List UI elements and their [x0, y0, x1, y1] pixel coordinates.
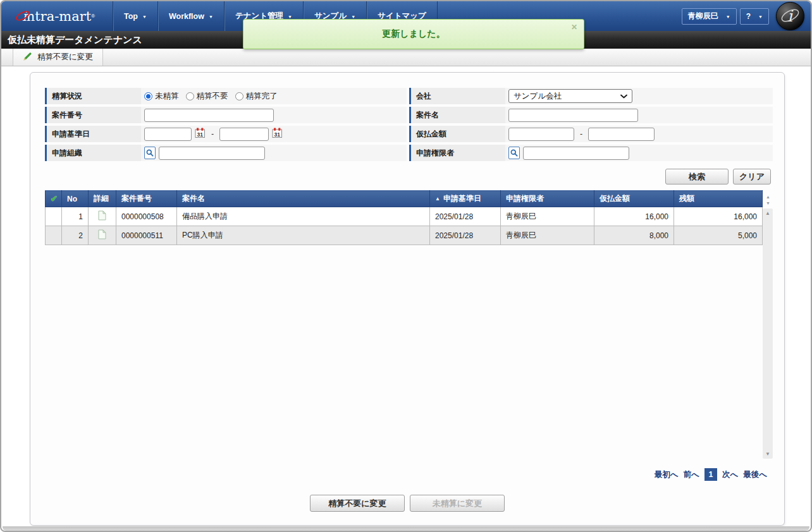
matter-number-input[interactable] [144, 109, 274, 122]
company-select[interactable]: サンプル会社 [508, 89, 632, 103]
matter-name-label: 案件名 [409, 107, 505, 123]
row-advance-amount: 8,000 [594, 226, 674, 245]
select-all-check-icon[interactable]: ✔ [46, 191, 62, 207]
row-advance-amount: 16,000 [594, 207, 674, 226]
menu-item-top[interactable]: Top▼ [113, 1, 157, 31]
registered-mark: ® [91, 13, 95, 19]
header-scroll-buttons[interactable]: ▲ ▼ [763, 192, 773, 207]
radio-settled[interactable]: 精算完了 [235, 91, 278, 102]
menu-item-workflow[interactable]: Workflow▼ [157, 1, 224, 31]
base-date-from-input[interactable] [144, 128, 192, 141]
change-to-unsettled-button[interactable]: 未精算に変更 [410, 495, 505, 512]
chevron-down-icon: ▼ [726, 13, 730, 19]
content-panel: 精算状況 未精算 精算不要 精算完了 [30, 72, 785, 526]
user-menu-button[interactable]: 青柳辰巳▼ [682, 8, 737, 25]
apply-org-input[interactable] [159, 147, 265, 160]
footer-actions: 精算不要に変更 未精算に変更 [30, 495, 784, 512]
scroll-up-icon[interactable]: ▲ [766, 195, 770, 199]
chevron-down-icon: ▼ [209, 13, 213, 19]
column-header-base-date[interactable]: ▲申請基準日 [430, 191, 501, 207]
pagination-last[interactable]: 最後へ [743, 469, 767, 480]
row-base-date: 2025/01/28 [430, 226, 501, 245]
radio-unselected-icon[interactable] [186, 92, 194, 100]
scroll-up-icon[interactable]: ▲ [765, 210, 770, 216]
row-detail-cell [89, 226, 116, 245]
intra-mart-logo[interactable]: intra-mart® [1, 1, 113, 31]
change-to-no-settlement-button[interactable]: 精算不要に変更 [310, 495, 405, 512]
document-detail-icon[interactable] [98, 229, 106, 239]
row-balance: 5,000 [674, 226, 763, 245]
column-header-authorizer[interactable]: 申請権限者 [501, 191, 594, 207]
pagination-next[interactable]: 次へ [722, 469, 738, 480]
form-row-matter-number: 案件番号 [45, 107, 407, 123]
row-select-cell[interactable] [46, 207, 62, 226]
chevron-down-icon: ▼ [351, 13, 355, 19]
table-row[interactable]: 2 0000000511 PC購入申請 2025/01/28 青柳辰巳 8,00… [46, 226, 763, 245]
column-header-no[interactable]: No [62, 191, 89, 207]
base-date-to-input[interactable] [219, 128, 269, 141]
row-no: 1 [62, 207, 89, 226]
nav-right-cluster: 青柳辰巳▼ ?▼ i [682, 1, 811, 31]
pagination-current-page[interactable]: 1 [704, 468, 717, 481]
sort-ascending-icon: ▲ [435, 196, 440, 202]
search-button[interactable]: 検索 [665, 169, 729, 184]
radio-selected-icon[interactable] [144, 92, 152, 100]
authorizer-search-icon[interactable] [508, 147, 520, 159]
pagination: 最初へ 前へ 1 次へ 最後へ [655, 468, 767, 481]
column-header-advance-amount[interactable]: 仮払金額 [594, 191, 674, 207]
chevron-down-icon: ▼ [288, 13, 292, 19]
logo-text: ntra-mart [27, 9, 92, 24]
advance-amount-from-input[interactable] [508, 128, 574, 141]
calendar-icon[interactable]: 31 [195, 128, 206, 140]
app-window: intra-mart® Top▼ Workflow▼ テナント管理▼ サンプル▼… [0, 0, 812, 532]
calendar-icon[interactable]: 31 [272, 128, 283, 140]
apply-authorizer-input[interactable] [523, 147, 629, 160]
results-table: ✔ No 詳細 案件番号 案件名 ▲申請基準日 申請権限者 仮払金額 残額 1 [45, 190, 763, 245]
table-row[interactable]: 1 0000000508 備品購入申請 2025/01/28 青柳辰巳 16,0… [46, 207, 763, 226]
row-matter-name: PC購入申請 [177, 226, 430, 245]
column-header-balance[interactable]: 残額 [674, 191, 763, 207]
radio-no-settlement[interactable]: 精算不要 [186, 91, 228, 102]
row-authorizer: 青柳辰巳 [501, 226, 594, 245]
pencil-icon [23, 52, 32, 63]
row-authorizer: 青柳辰巳 [501, 207, 594, 226]
search-actions: 検索 クリア [665, 169, 771, 184]
search-form: 精算状況 未精算 精算不要 精算完了 [45, 88, 773, 161]
company-label: 会社 [409, 88, 505, 104]
column-header-matter-number[interactable]: 案件番号 [116, 191, 177, 207]
radio-unselected-icon[interactable] [235, 92, 243, 100]
table-header-row: ✔ No 詳細 案件番号 案件名 ▲申請基準日 申請権限者 仮払金額 残額 [46, 191, 763, 207]
pagination-first[interactable]: 最初へ [655, 469, 679, 480]
status-radio-group: 未精算 精算不要 精算完了 [141, 88, 407, 104]
document-detail-icon[interactable] [98, 210, 106, 221]
matter-number-label: 案件番号 [45, 107, 141, 123]
svg-text:31: 31 [274, 131, 281, 138]
intra-mart-sphere-icon[interactable]: i [776, 2, 804, 30]
matter-name-input[interactable] [508, 109, 638, 122]
radio-unsettled[interactable]: 未精算 [144, 91, 179, 102]
clear-button[interactable]: クリア [733, 169, 771, 184]
toolbar: 精算不要に変更 [1, 49, 811, 66]
form-row-status: 精算状況 未精算 精算不要 精算完了 [45, 88, 407, 104]
chevron-down-icon: ▼ [758, 13, 763, 19]
form-row-matter-name: 案件名 [409, 107, 773, 123]
row-select-cell[interactable] [46, 226, 62, 245]
vertical-scrollbar[interactable]: ▲ ▼ [763, 209, 773, 459]
chevron-down-icon: ▼ [142, 13, 147, 19]
column-header-detail[interactable]: 詳細 [89, 191, 116, 207]
help-menu-button[interactable]: ?▼ [740, 8, 769, 25]
scroll-down-icon[interactable]: ▼ [766, 201, 770, 205]
advance-amount-to-input[interactable] [588, 128, 655, 141]
form-row-apply-authorizer: 申請権限者 [409, 145, 773, 161]
toolbar-change-no-settlement-button[interactable]: 精算不要に変更 [13, 49, 103, 66]
row-detail-cell [89, 207, 116, 226]
row-base-date: 2025/01/28 [430, 207, 501, 226]
status-label: 精算状況 [45, 88, 141, 104]
scroll-down-icon[interactable]: ▼ [765, 451, 770, 457]
org-search-icon[interactable] [144, 147, 156, 159]
pagination-prev[interactable]: 前へ [684, 469, 699, 480]
close-icon[interactable]: ✕ [571, 23, 577, 32]
row-no: 2 [62, 226, 89, 245]
logo-i-swirl-icon: i [20, 9, 27, 24]
column-header-matter-name[interactable]: 案件名 [177, 191, 430, 207]
